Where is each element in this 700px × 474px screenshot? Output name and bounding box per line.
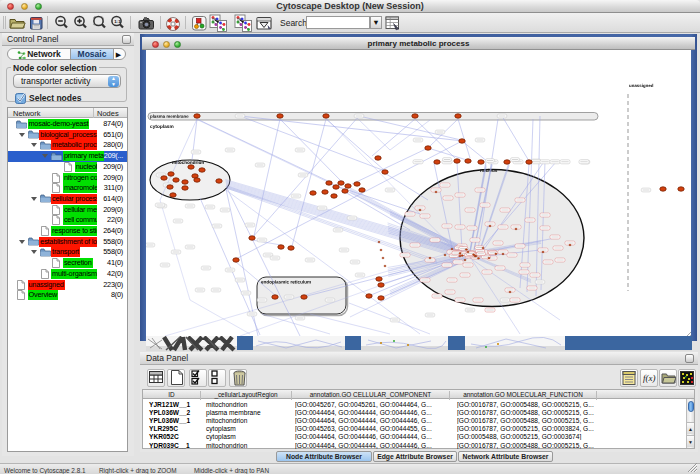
svg-text:f(x): f(x)	[643, 373, 656, 383]
svg-text:1:1: 1:1	[114, 19, 121, 24]
